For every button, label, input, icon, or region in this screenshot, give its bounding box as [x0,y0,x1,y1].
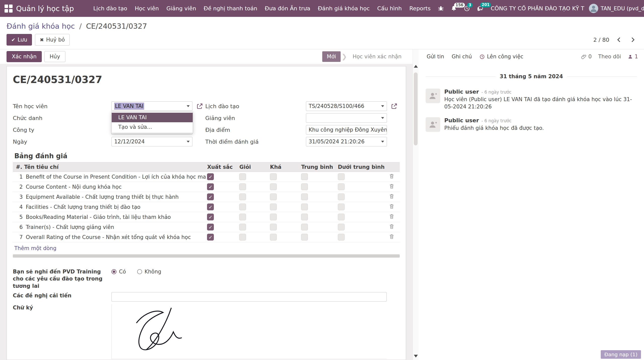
rating-checkbox-good[interactable] [239,204,246,210]
message-author[interactable]: Public user [444,117,479,124]
rating-checkbox-excellent[interactable] [207,204,214,210]
criteria-name[interactable]: Facilities - Chất lượng trang thiết bị đ… [24,202,206,212]
discard-button[interactable]: ✖ Huỷ bỏ [35,34,69,46]
add-line-link[interactable]: Thêm một dòng [14,245,56,251]
messages-chat-icon[interactable]: 201 [477,5,484,12]
table-row[interactable]: 7 Overall Rating of the Course - Nhận xé… [13,232,400,242]
chatter-message[interactable]: Public user - 6 ngày trước Phiếu đánh gi… [419,115,644,136]
rating-checkbox-fair[interactable] [270,193,277,200]
confirm-button[interactable]: Xác nhận [7,51,42,62]
scrollbar-thumb[interactable] [414,72,418,145]
rating-checkbox-average[interactable] [301,214,308,220]
send-message-button[interactable]: Gửi tin [427,54,444,60]
cancel-button[interactable]: Hủy [44,51,65,62]
nav-item-reports[interactable]: Reports [406,0,434,17]
criteria-name[interactable]: Course Content - Nội dung khóa học [24,182,206,192]
rating-checkbox-good[interactable] [239,214,246,220]
rating-checkbox-good[interactable] [239,173,246,180]
chatter-message[interactable]: Public user - 6 ngày trước Học viên (Pub… [419,86,644,115]
rating-checkbox-fair[interactable] [270,183,277,190]
criteria-name[interactable]: Overall Rating of the Course - Nhận xét … [24,232,206,242]
table-row[interactable]: 4 Facilities - Chất lượng trang thiết bị… [13,202,400,212]
table-row[interactable]: 5 Books/Reading Material - Giáo trình, t… [13,212,400,222]
form-vertical-scrollbar[interactable] [413,49,419,360]
breadcrumb-parent-link[interactable]: Đánh giá khóa học [7,22,75,30]
trash-icon[interactable] [389,223,395,229]
rating-checkbox-excellent[interactable] [207,173,214,180]
follow-button[interactable]: Theo dõi [598,54,621,60]
nav-item-payment-requests[interactable]: Đề nghị thanh toán [200,0,261,17]
debug-bug-icon[interactable] [438,5,444,12]
radio-no[interactable]: Không [137,269,162,275]
rating-checkbox-excellent[interactable] [207,183,214,190]
external-link-icon[interactable] [196,102,204,110]
nav-item-students[interactable]: Học viên [131,0,163,17]
rating-checkbox-excellent[interactable] [207,234,214,241]
user-avatar[interactable] [589,4,598,13]
message-author[interactable]: Public user [444,89,479,95]
rating-checkbox-fair[interactable] [270,204,277,210]
eval-time-select[interactable]: 31/05/2024 21:20:26 [306,137,387,146]
date-select[interactable]: 12/12/2024 [111,137,192,146]
trash-icon[interactable] [389,203,395,209]
rating-checkbox-average[interactable] [301,224,308,230]
rating-checkbox-below-average[interactable] [338,204,345,210]
rating-checkbox-below-average[interactable] [338,214,345,220]
criteria-name[interactable]: Benefit of the Course in Present Conditi… [24,172,206,182]
rating-checkbox-average[interactable] [301,204,308,210]
pager-next-button[interactable] [628,36,637,44]
rating-checkbox-average[interactable] [301,234,308,241]
table-row[interactable]: 2 Course Content - Nội dung khóa học [13,182,400,192]
notifications-bell-icon[interactable]: 156 [451,5,457,12]
table-row[interactable]: 6 Trainer(s) - Chất lượng giảng viên [13,222,400,232]
rating-checkbox-excellent[interactable] [207,193,214,200]
save-button[interactable]: ✔ Lưu [7,34,32,46]
radio-yes[interactable]: Có [111,269,126,275]
pager-previous-button[interactable] [614,36,623,44]
column-header-excellent[interactable]: Xuất sắc [206,163,238,172]
table-horizontal-scrollbar[interactable] [13,254,400,258]
rating-checkbox-below-average[interactable] [338,193,345,200]
trainer-select[interactable] [306,113,387,123]
column-header-criteria[interactable]: #. Tên tiêu chí [13,163,206,172]
nav-item-trainers[interactable]: Giảng viên [163,0,200,17]
nav-item-shuttle-lunch[interactable]: Đưa đón Ăn trưa [261,0,314,17]
rating-checkbox-good[interactable] [239,224,246,230]
trash-icon[interactable] [389,173,395,179]
rating-checkbox-fair[interactable] [270,224,277,230]
followers-button[interactable]: 1 [628,54,638,60]
improvements-input[interactable] [111,292,387,302]
rating-checkbox-below-average[interactable] [338,183,345,190]
user-menu[interactable]: TAN_EDU (pvd_dev_test050424) [601,6,644,12]
table-row[interactable]: 3 Equipment Available - Chất lượng trang… [13,192,400,202]
rating-checkbox-good[interactable] [239,193,246,200]
trash-icon[interactable] [389,233,395,239]
activities-clock-icon[interactable]: 3 [464,5,470,12]
rating-checkbox-excellent[interactable] [207,214,214,220]
trash-icon[interactable] [389,193,395,199]
criteria-name[interactable]: Books/Reading Material - Giáo trình, tài… [24,212,206,222]
nav-item-configuration[interactable]: Cấu hình [374,0,406,17]
column-header-below-average[interactable]: Dưới trung bình [336,163,387,172]
column-header-fair[interactable]: Khá [268,163,300,172]
stage-student-confirmed[interactable]: Học viên xác nhận [348,51,406,62]
rating-checkbox-good[interactable] [239,234,246,241]
rating-checkbox-fair[interactable] [270,214,277,220]
signature-area[interactable] [111,304,387,359]
dropdown-option-create-edit[interactable]: Tạo và sửa... [112,122,193,132]
attachments-button[interactable]: 0 [581,54,592,60]
apps-menu-icon[interactable] [5,4,13,13]
column-header-good[interactable]: Giỏi [238,163,268,172]
scroll-down-icon[interactable] [413,355,419,357]
rating-checkbox-below-average[interactable] [338,234,345,241]
criteria-name[interactable]: Equipment Available - Chất lượng trang t… [24,192,206,202]
rating-checkbox-good[interactable] [239,183,246,190]
rating-checkbox-below-average[interactable] [338,224,345,230]
criteria-name[interactable]: Trainer(s) - Chất lượng giảng viên [24,222,206,232]
nav-item-course-evaluation[interactable]: Đánh giá khóa học [314,0,374,17]
dropdown-option-student[interactable]: LE VAN TAI [112,113,193,122]
column-header-average[interactable]: Trung bình [300,163,336,172]
rating-checkbox-average[interactable] [301,173,308,180]
app-brand[interactable]: Quản lý học tập [16,4,74,13]
rating-checkbox-excellent[interactable] [207,224,214,230]
